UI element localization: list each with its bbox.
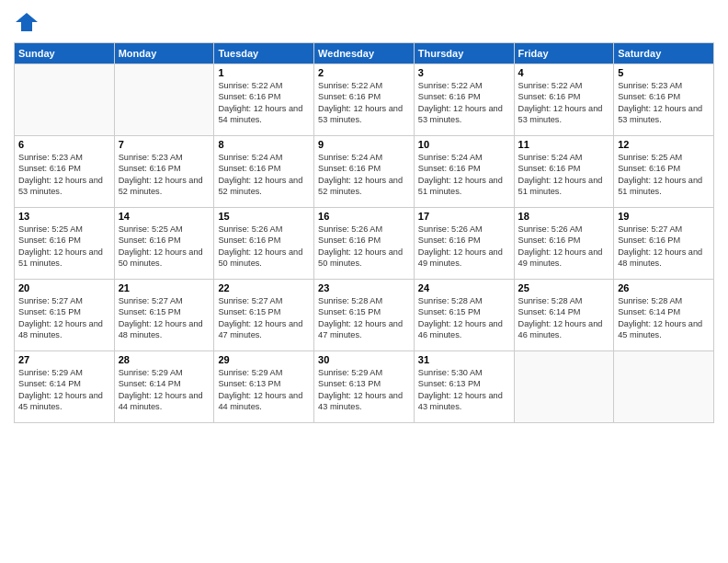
calendar-week-row: 20Sunrise: 5:27 AMSunset: 6:15 PMDayligh… — [15, 280, 714, 351]
day-number: 19 — [618, 211, 710, 222]
weekday-header: Monday — [114, 43, 214, 64]
day-info: Sunrise: 5:29 AMSunset: 6:13 PMDaylight:… — [218, 367, 310, 413]
calendar-cell: 5Sunrise: 5:23 AMSunset: 6:16 PMDaylight… — [614, 64, 714, 136]
calendar-cell: 27Sunrise: 5:29 AMSunset: 6:14 PMDayligh… — [15, 351, 115, 423]
day-number: 14 — [119, 211, 210, 222]
day-number: 28 — [119, 354, 210, 365]
day-info: Sunrise: 5:25 AMSunset: 6:16 PMDaylight:… — [18, 224, 110, 270]
day-info: Sunrise: 5:29 AMSunset: 6:14 PMDaylight:… — [119, 367, 210, 413]
calendar-cell: 4Sunrise: 5:22 AMSunset: 6:16 PMDaylight… — [514, 64, 614, 136]
calendar-cell: 17Sunrise: 5:26 AMSunset: 6:16 PMDayligh… — [414, 208, 514, 280]
day-number: 26 — [618, 282, 710, 293]
calendar-week-row: 13Sunrise: 5:25 AMSunset: 6:16 PMDayligh… — [15, 208, 714, 280]
weekday-header: Friday — [514, 43, 614, 64]
day-number: 11 — [518, 139, 610, 150]
day-info: Sunrise: 5:28 AMSunset: 6:14 PMDaylight:… — [618, 295, 710, 341]
page: SundayMondayTuesdayWednesdayThursdayFrid… — [0, 0, 728, 563]
calendar-cell: 8Sunrise: 5:24 AMSunset: 6:16 PMDaylight… — [214, 136, 314, 208]
day-number: 16 — [318, 211, 410, 222]
weekday-header: Thursday — [414, 43, 514, 64]
day-number: 27 — [18, 354, 110, 365]
day-info: Sunrise: 5:26 AMSunset: 6:16 PMDaylight:… — [218, 224, 310, 270]
weekday-header: Wednesday — [314, 43, 415, 64]
day-info: Sunrise: 5:22 AMSunset: 6:16 PMDaylight:… — [218, 80, 310, 126]
day-number: 3 — [418, 67, 510, 78]
day-number: 8 — [218, 139, 310, 150]
weekday-header: Saturday — [614, 43, 714, 64]
day-info: Sunrise: 5:30 AMSunset: 6:13 PMDaylight:… — [418, 367, 510, 413]
day-number: 24 — [418, 282, 510, 293]
calendar-cell — [514, 351, 614, 423]
calendar-cell: 7Sunrise: 5:23 AMSunset: 6:16 PMDaylight… — [114, 136, 214, 208]
day-number: 18 — [518, 211, 610, 222]
calendar-cell: 23Sunrise: 5:28 AMSunset: 6:15 PMDayligh… — [314, 280, 415, 351]
day-info: Sunrise: 5:22 AMSunset: 6:16 PMDaylight:… — [418, 80, 510, 126]
calendar-cell: 12Sunrise: 5:25 AMSunset: 6:16 PMDayligh… — [614, 136, 714, 208]
calendar-cell: 26Sunrise: 5:28 AMSunset: 6:14 PMDayligh… — [614, 280, 714, 351]
day-number: 5 — [618, 67, 710, 78]
calendar-cell: 9Sunrise: 5:24 AMSunset: 6:16 PMDaylight… — [314, 136, 415, 208]
calendar-cell: 15Sunrise: 5:26 AMSunset: 6:16 PMDayligh… — [214, 208, 314, 280]
day-number: 30 — [318, 354, 410, 365]
calendar-week-row: 27Sunrise: 5:29 AMSunset: 6:14 PMDayligh… — [15, 351, 714, 423]
day-number: 29 — [218, 354, 310, 365]
day-number: 9 — [318, 139, 410, 150]
calendar-cell — [15, 64, 115, 136]
day-number: 17 — [418, 211, 510, 222]
calendar-cell: 14Sunrise: 5:25 AMSunset: 6:16 PMDayligh… — [114, 208, 214, 280]
calendar-week-row: 6Sunrise: 5:23 AMSunset: 6:16 PMDaylight… — [15, 136, 714, 208]
logo — [14, 9, 43, 35]
day-number: 1 — [218, 67, 310, 78]
day-number: 21 — [119, 282, 210, 293]
day-info: Sunrise: 5:24 AMSunset: 6:16 PMDaylight:… — [518, 152, 610, 198]
day-number: 7 — [119, 139, 210, 150]
day-info: Sunrise: 5:28 AMSunset: 6:14 PMDaylight:… — [518, 295, 610, 341]
day-number: 6 — [18, 139, 110, 150]
day-number: 23 — [318, 282, 410, 293]
day-info: Sunrise: 5:23 AMSunset: 6:16 PMDaylight:… — [618, 80, 710, 126]
calendar-cell: 24Sunrise: 5:28 AMSunset: 6:15 PMDayligh… — [414, 280, 514, 351]
day-info: Sunrise: 5:24 AMSunset: 6:16 PMDaylight:… — [218, 152, 310, 198]
calendar-cell: 28Sunrise: 5:29 AMSunset: 6:14 PMDayligh… — [114, 351, 214, 423]
calendar-week-row: 1Sunrise: 5:22 AMSunset: 6:16 PMDaylight… — [15, 64, 714, 136]
day-info: Sunrise: 5:23 AMSunset: 6:16 PMDaylight:… — [119, 152, 210, 198]
day-info: Sunrise: 5:22 AMSunset: 6:16 PMDaylight:… — [518, 80, 610, 126]
logo-icon — [14, 9, 40, 35]
calendar-cell: 25Sunrise: 5:28 AMSunset: 6:14 PMDayligh… — [514, 280, 614, 351]
day-info: Sunrise: 5:25 AMSunset: 6:16 PMDaylight:… — [618, 152, 710, 198]
day-info: Sunrise: 5:27 AMSunset: 6:15 PMDaylight:… — [119, 295, 210, 341]
day-number: 15 — [218, 211, 310, 222]
calendar: SundayMondayTuesdayWednesdayThursdayFrid… — [14, 42, 714, 423]
calendar-cell: 10Sunrise: 5:24 AMSunset: 6:16 PMDayligh… — [414, 136, 514, 208]
day-info: Sunrise: 5:26 AMSunset: 6:16 PMDaylight:… — [318, 224, 410, 270]
calendar-cell: 21Sunrise: 5:27 AMSunset: 6:15 PMDayligh… — [114, 280, 214, 351]
day-info: Sunrise: 5:27 AMSunset: 6:15 PMDaylight:… — [218, 295, 310, 341]
day-number: 31 — [418, 354, 510, 365]
day-info: Sunrise: 5:29 AMSunset: 6:14 PMDaylight:… — [18, 367, 110, 413]
calendar-cell: 13Sunrise: 5:25 AMSunset: 6:16 PMDayligh… — [15, 208, 115, 280]
calendar-cell — [614, 351, 714, 423]
calendar-cell: 2Sunrise: 5:22 AMSunset: 6:16 PMDaylight… — [314, 64, 415, 136]
weekday-header: Tuesday — [214, 43, 314, 64]
calendar-cell: 20Sunrise: 5:27 AMSunset: 6:15 PMDayligh… — [15, 280, 115, 351]
calendar-cell: 16Sunrise: 5:26 AMSunset: 6:16 PMDayligh… — [314, 208, 415, 280]
day-info: Sunrise: 5:22 AMSunset: 6:16 PMDaylight:… — [318, 80, 410, 126]
day-number: 10 — [418, 139, 510, 150]
calendar-cell: 31Sunrise: 5:30 AMSunset: 6:13 PMDayligh… — [414, 351, 514, 423]
calendar-cell: 19Sunrise: 5:27 AMSunset: 6:16 PMDayligh… — [614, 208, 714, 280]
calendar-cell: 1Sunrise: 5:22 AMSunset: 6:16 PMDaylight… — [214, 64, 314, 136]
day-info: Sunrise: 5:24 AMSunset: 6:16 PMDaylight:… — [318, 152, 410, 198]
day-number: 25 — [518, 282, 610, 293]
calendar-cell — [114, 64, 214, 136]
calendar-cell: 18Sunrise: 5:26 AMSunset: 6:16 PMDayligh… — [514, 208, 614, 280]
day-number: 4 — [518, 67, 610, 78]
calendar-cell: 22Sunrise: 5:27 AMSunset: 6:15 PMDayligh… — [214, 280, 314, 351]
day-info: Sunrise: 5:25 AMSunset: 6:16 PMDaylight:… — [119, 224, 210, 270]
header — [14, 9, 714, 35]
day-number: 13 — [18, 211, 110, 222]
day-info: Sunrise: 5:28 AMSunset: 6:15 PMDaylight:… — [418, 295, 510, 341]
day-info: Sunrise: 5:28 AMSunset: 6:15 PMDaylight:… — [318, 295, 410, 341]
day-info: Sunrise: 5:23 AMSunset: 6:16 PMDaylight:… — [18, 152, 110, 198]
day-info: Sunrise: 5:27 AMSunset: 6:16 PMDaylight:… — [618, 224, 710, 270]
calendar-cell: 11Sunrise: 5:24 AMSunset: 6:16 PMDayligh… — [514, 136, 614, 208]
